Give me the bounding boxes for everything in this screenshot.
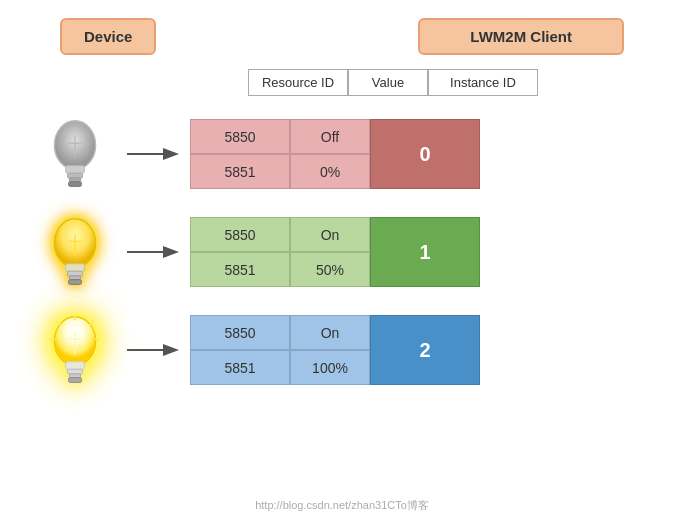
data-rows-1: 5850 On 5851 50% [190, 217, 370, 287]
device-row-1: 5850 On 5851 50% 1 [0, 212, 684, 292]
cell-res-1-1: 5851 [190, 252, 290, 287]
arrow-0 [120, 144, 190, 164]
device-label: Device [60, 18, 156, 55]
svg-rect-4 [68, 181, 81, 186]
data-table-0: 5850 Off 5851 0% 0 [190, 119, 480, 189]
bulb-dim-icon [40, 215, 110, 290]
data-rows-0: 5850 Off 5851 0% [190, 119, 370, 189]
device-row-0: 5850 Off 5851 0% 0 [0, 114, 684, 194]
svg-rect-21 [68, 369, 83, 374]
cell-val-1-0: On [290, 217, 370, 252]
cell-res-2-0: 5850 [190, 315, 290, 350]
bulb-2 [30, 310, 120, 390]
svg-rect-20 [66, 361, 85, 369]
main-container: Device LWM2M Client Resource ID Value In… [0, 0, 684, 523]
arrow-icon-2 [125, 340, 185, 360]
header-row: Device LWM2M Client [0, 0, 684, 55]
data-row-2-1: 5851 100% [190, 350, 370, 385]
cell-val-0-0: Off [290, 119, 370, 154]
svg-rect-1 [66, 165, 85, 173]
bulb-0 [30, 114, 120, 194]
bulb-bright-icon [40, 313, 110, 388]
svg-rect-10 [68, 271, 83, 276]
cell-res-2-1: 5851 [190, 350, 290, 385]
arrow-icon-1 [125, 242, 185, 262]
data-table-2: 5850 On 5851 100% 2 [190, 315, 480, 385]
lwm2m-label: LWM2M Client [418, 18, 624, 55]
data-row-0-1: 5851 0% [190, 154, 370, 189]
svg-rect-12 [68, 279, 81, 284]
data-rows-2: 5850 On 5851 100% [190, 315, 370, 385]
cell-val-0-1: 0% [290, 154, 370, 189]
svg-rect-3 [69, 177, 80, 181]
watermark: http://blog.csdn.net/zhan31CTo博客 [255, 498, 429, 513]
data-row-2-0: 5850 On [190, 315, 370, 350]
instance-cell-1: 1 [370, 217, 480, 287]
column-headers: Resource ID Value Instance ID [248, 69, 684, 96]
arrow-2 [120, 340, 190, 360]
cell-val-2-1: 100% [290, 350, 370, 385]
svg-rect-23 [68, 377, 81, 382]
svg-rect-22 [69, 373, 80, 377]
cell-res-0-1: 5851 [190, 154, 290, 189]
bulb-1 [30, 212, 120, 292]
arrow-1 [120, 242, 190, 262]
device-row-2: 5850 On 5851 100% 2 [0, 310, 684, 390]
data-table-1: 5850 On 5851 50% 1 [190, 217, 480, 287]
svg-rect-11 [69, 275, 80, 279]
data-row-1-1: 5851 50% [190, 252, 370, 287]
col-header-resource-id: Resource ID [248, 69, 348, 96]
data-row-1-0: 5850 On [190, 217, 370, 252]
cell-res-0-0: 5850 [190, 119, 290, 154]
col-header-value: Value [348, 69, 428, 96]
svg-point-15 [51, 215, 100, 271]
svg-rect-2 [68, 173, 83, 178]
cell-val-1-1: 50% [290, 252, 370, 287]
cell-val-2-0: On [290, 315, 370, 350]
instance-cell-0: 0 [370, 119, 480, 189]
arrow-icon-0 [125, 144, 185, 164]
data-row-0-0: 5850 Off [190, 119, 370, 154]
col-header-instance-id: Instance ID [428, 69, 538, 96]
cell-res-1-0: 5850 [190, 217, 290, 252]
instance-cell-2: 2 [370, 315, 480, 385]
bulb-off-icon [40, 117, 110, 192]
